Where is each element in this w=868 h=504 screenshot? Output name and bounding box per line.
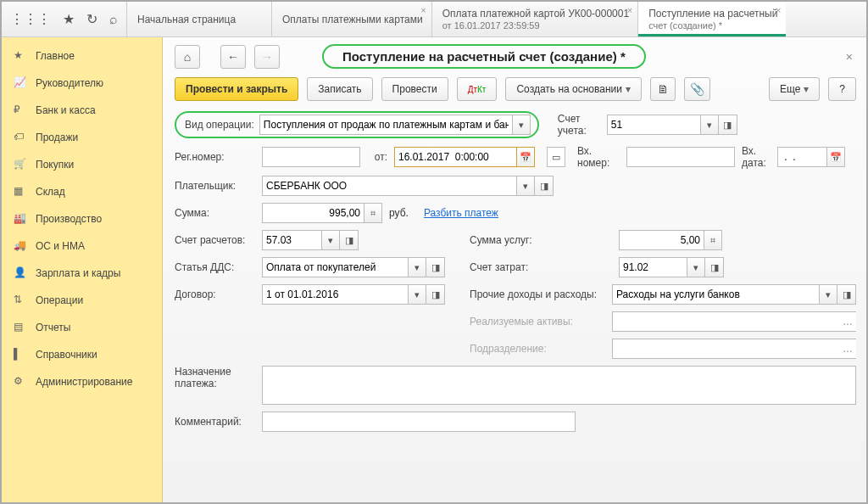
home-button[interactable]: ⌂ xyxy=(175,45,200,69)
sidebar-item-label: ОС и НМА xyxy=(36,240,85,252)
calculator-icon[interactable]: ⌗ xyxy=(364,203,382,223)
close-icon[interactable]: × xyxy=(420,5,426,17)
tab-home[interactable]: Начальная страница xyxy=(127,2,271,36)
tab-label: Поступление на расчетный xyxy=(648,8,777,20)
cost-account-input[interactable] xyxy=(619,257,687,277)
sidebar-item-reports[interactable]: ▤Отчеты xyxy=(2,314,162,341)
save-button[interactable]: Записать xyxy=(307,77,372,101)
sidebar-item-production[interactable]: 🏭Производство xyxy=(2,205,162,232)
post-button[interactable]: Провести xyxy=(381,77,448,101)
close-icon[interactable]: × xyxy=(776,5,781,17)
stamp-icon[interactable]: ▭ xyxy=(547,147,565,167)
sidebar-item-label: Отчеты xyxy=(36,322,70,333)
calendar-icon[interactable]: 📅 xyxy=(516,147,535,167)
sidebar-item-sales[interactable]: 🏷Продажи xyxy=(2,124,162,151)
post-and-close-button[interactable]: Провести и закрыть xyxy=(175,77,298,101)
more-button[interactable]: Еще xyxy=(769,77,820,101)
open-icon[interactable]: ◨ xyxy=(837,284,856,305)
sidebar-item-label: Справочники xyxy=(36,349,97,361)
sidebar-item-label: Зарплата и кадры xyxy=(36,267,120,279)
truck-icon: 🚚 xyxy=(14,239,27,253)
in-number-input[interactable] xyxy=(626,147,735,167)
sidebar-item-hr[interactable]: 👤Зарплата и кадры xyxy=(2,260,162,287)
tab-card-payments[interactable]: Оплаты платежными картами × xyxy=(271,2,431,36)
toolbar: Провести и закрыть Записать Провести ДтК… xyxy=(175,77,856,101)
settlement-account-input[interactable] xyxy=(262,230,321,250)
dropdown-icon[interactable]: ▾ xyxy=(408,284,426,305)
contract-label: Договор: xyxy=(175,288,255,300)
sidebar-item-assets[interactable]: 🚚ОС и НМА xyxy=(2,232,162,260)
sidebar-item-label: Продажи xyxy=(36,132,78,143)
tag-icon: 🏷 xyxy=(14,131,27,144)
back-button[interactable]: ← xyxy=(220,45,246,69)
open-icon[interactable]: ◨ xyxy=(426,257,445,277)
account-label: Счет учета: xyxy=(558,113,600,137)
close-icon[interactable]: × xyxy=(627,5,632,17)
purpose-label: Назначение платежа: xyxy=(175,366,255,389)
print-button[interactable]: 🗎 xyxy=(650,77,676,101)
create-based-button[interactable]: Создать на основании xyxy=(505,77,642,101)
open-icon[interactable]: ◨ xyxy=(535,176,554,196)
contract-input[interactable] xyxy=(262,284,408,305)
open-icon[interactable]: ◨ xyxy=(705,257,724,277)
dropdown-icon[interactable]: ▾ xyxy=(512,115,531,135)
comment-input[interactable] xyxy=(262,412,576,432)
dropdown-icon[interactable]: ▾ xyxy=(408,257,426,277)
open-icon[interactable]: ◨ xyxy=(340,230,359,250)
sidebar-item-main[interactable]: ★Главное xyxy=(2,42,162,70)
payer-input[interactable] xyxy=(262,176,516,196)
dropdown-icon[interactable]: ▾ xyxy=(700,115,719,135)
division-input[interactable]: … xyxy=(612,339,856,359)
sidebar-item-operations[interactable]: ⇅Операции xyxy=(2,287,162,314)
favorite-icon[interactable]: ★ xyxy=(63,11,75,27)
sidebar-item-catalogs[interactable]: ▌Справочники xyxy=(2,341,162,368)
in-date-input[interactable] xyxy=(777,147,826,167)
realized-assets-label: Реализуемые активы: xyxy=(470,316,605,328)
search-icon[interactable]: ⌕ xyxy=(109,12,118,27)
content-area: ⌂ ← → Поступление на расчетный счет (соз… xyxy=(163,37,866,502)
split-payment-link[interactable]: Разбить платеж xyxy=(424,207,498,219)
close-page-button[interactable]: × xyxy=(843,47,856,67)
account-input[interactable] xyxy=(607,115,700,135)
open-icon[interactable]: ◨ xyxy=(719,115,737,135)
sidebar-item-label: Администрирование xyxy=(36,376,132,388)
date-input[interactable] xyxy=(394,147,516,167)
tab-sublabel: от 16.01.2017 23:59:59 xyxy=(442,20,629,32)
service-sum-label: Сумма услуг: xyxy=(470,234,571,246)
sum-input[interactable] xyxy=(262,203,364,223)
apps-icon[interactable]: ⋮⋮⋮ xyxy=(10,11,51,27)
sidebar-item-label: Операции xyxy=(36,294,83,306)
sidebar-item-warehouse[interactable]: ▦Склад xyxy=(2,178,162,205)
purpose-textarea[interactable] xyxy=(262,366,856,405)
help-button[interactable]: ? xyxy=(828,77,856,101)
sidebar-item-admin[interactable]: ⚙Администрирование xyxy=(2,368,162,395)
bars-icon: ▤ xyxy=(14,321,27,334)
reg-number-input[interactable] xyxy=(262,147,360,167)
dropdown-icon[interactable]: ▾ xyxy=(321,230,340,250)
dropdown-icon[interactable]: ▾ xyxy=(819,284,837,305)
history-icon[interactable]: ↻ xyxy=(86,11,97,27)
sidebar-item-label: Склад xyxy=(36,186,65,198)
realized-assets-input[interactable]: … xyxy=(612,311,856,332)
operation-type-input[interactable] xyxy=(259,115,512,135)
sidebar-item-bank[interactable]: ₽Банк и касса xyxy=(2,97,162,124)
sidebar-item-manager[interactable]: 📈Руководителю xyxy=(2,70,162,97)
dds-input[interactable] xyxy=(262,257,408,277)
person-icon: 👤 xyxy=(14,266,27,280)
tab-card-payment-doc[interactable]: Оплата платежной картой УК00-000001 от 1… xyxy=(431,2,637,36)
other-income-input[interactable] xyxy=(612,284,819,305)
dropdown-icon[interactable]: ▾ xyxy=(516,176,535,196)
tab-receipt-create[interactable]: Поступление на расчетный счет (создание)… xyxy=(637,2,786,36)
dropdown-icon[interactable]: ▾ xyxy=(687,257,705,277)
calculator-icon[interactable]: ⌗ xyxy=(704,230,722,250)
payer-label: Плательщик: xyxy=(175,180,255,192)
sidebar-item-purchases[interactable]: 🛒Покупки xyxy=(2,151,162,178)
cart-icon: 🛒 xyxy=(14,158,27,171)
open-icon[interactable]: ◨ xyxy=(426,284,445,305)
sidebar-item-label: Главное xyxy=(36,50,75,62)
calendar-icon[interactable]: 📅 xyxy=(826,147,845,167)
dtkt-button[interactable]: ДтКт xyxy=(457,77,498,101)
service-sum-input[interactable] xyxy=(619,230,704,250)
attach-button[interactable]: 📎 xyxy=(684,77,710,101)
dds-label: Статья ДДС: xyxy=(175,261,255,273)
